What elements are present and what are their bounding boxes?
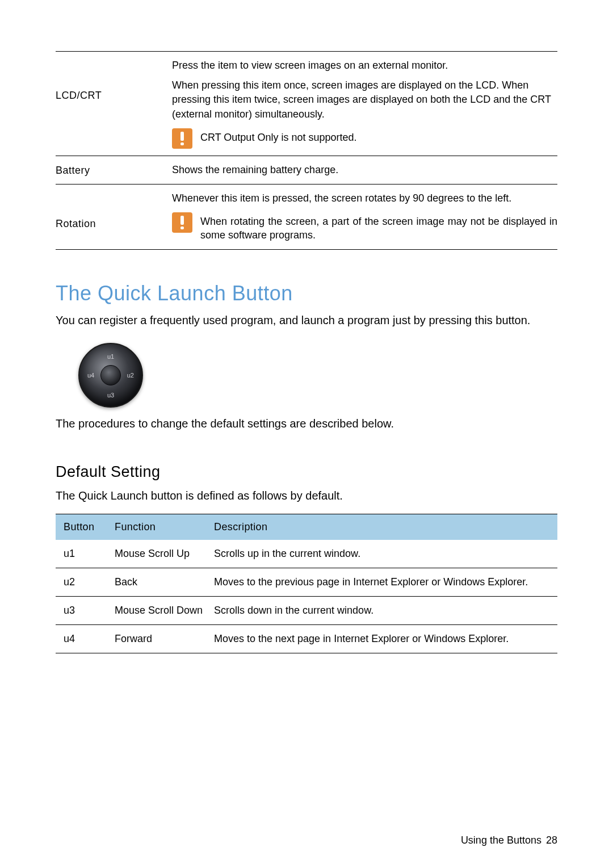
note: When rotating the screen, a part of the … xyxy=(172,212,557,242)
cell-function: Mouse Scroll Up xyxy=(115,548,214,560)
subsection-heading: Default Setting xyxy=(56,463,557,481)
header-description: Description xyxy=(214,521,549,533)
cell-function: Back xyxy=(115,576,214,588)
section-heading: The Quick Launch Button xyxy=(56,282,557,305)
svg-rect-3 xyxy=(180,227,184,229)
items-table: LCD/CRT Press the item to view screen im… xyxy=(56,51,557,250)
note-text: CRT Output Only is not supported. xyxy=(200,128,356,144)
header-function: Function xyxy=(115,521,214,533)
row-text: Shows the remaining battery charge. xyxy=(172,163,557,177)
default-setting-table: Button Function Description u1 Mouse Scr… xyxy=(56,514,557,653)
footer-text: Using the Buttons xyxy=(461,835,541,846)
row-content: Press the item to view screen images on … xyxy=(172,58,557,149)
page-footer: Using the Buttons 28 xyxy=(461,835,557,846)
table-row: u1 Mouse Scroll Up Scrolls up in the cur… xyxy=(56,540,557,568)
row-text: When pressing this item once, screen ima… xyxy=(172,78,557,121)
cell-description: Scrolls down in the current window. xyxy=(214,605,549,617)
svg-rect-0 xyxy=(180,132,184,141)
svg-rect-2 xyxy=(180,216,184,225)
cell-function: Mouse Scroll Down xyxy=(115,605,214,617)
table-row: LCD/CRT Press the item to view screen im… xyxy=(56,52,557,156)
button-label-u3: u3 xyxy=(107,392,114,399)
cell-function: Forward xyxy=(115,633,214,645)
body-text: The Quick Launch button is defined as fo… xyxy=(56,488,557,504)
cell-button: u2 xyxy=(64,576,115,588)
row-text: Press the item to view screen images on … xyxy=(172,58,557,73)
row-content: Whenever this item is pressed, the scree… xyxy=(172,191,557,242)
row-label: LCD/CRT xyxy=(56,58,172,149)
cell-description: Scrolls up in the current window. xyxy=(214,548,549,560)
table-row: Rotation Whenever this item is pressed, … xyxy=(56,184,557,250)
button-label-u2: u2 xyxy=(127,372,134,379)
header-button: Button xyxy=(64,521,115,533)
warning-icon xyxy=(172,128,192,149)
note: CRT Output Only is not supported. xyxy=(172,128,557,149)
row-content: Shows the remaining battery charge. xyxy=(172,163,557,177)
note-text: When rotating the screen, a part of the … xyxy=(200,212,557,242)
row-label: Rotation xyxy=(56,191,172,242)
cell-description: Moves to the previous page in Internet E… xyxy=(214,576,549,588)
table-header: Button Function Description xyxy=(56,514,557,540)
table-row: u4 Forward Moves to the next page in Int… xyxy=(56,625,557,653)
cell-button: u1 xyxy=(64,548,115,560)
warning-icon xyxy=(172,212,192,233)
svg-rect-1 xyxy=(180,142,184,145)
button-label-u4: u4 xyxy=(87,372,94,379)
body-text: You can register a frequently used progr… xyxy=(56,312,557,328)
table-row: u2 Back Moves to the previous page in In… xyxy=(56,568,557,597)
cell-button: u4 xyxy=(64,633,115,645)
quick-launch-button-image: u1 u2 u3 u4 xyxy=(78,343,557,408)
page-number: 28 xyxy=(546,835,557,846)
body-text: The procedures to change the default set… xyxy=(56,416,557,431)
cell-description: Moves to the next page in Internet Explo… xyxy=(214,633,549,645)
table-row: u3 Mouse Scroll Down Scrolls down in the… xyxy=(56,597,557,625)
row-label: Battery xyxy=(56,163,172,177)
table-row: Battery Shows the remaining battery char… xyxy=(56,156,557,184)
row-text: Whenever this item is pressed, the scree… xyxy=(172,191,557,206)
button-label-u1: u1 xyxy=(107,353,114,360)
cell-button: u3 xyxy=(64,605,115,617)
